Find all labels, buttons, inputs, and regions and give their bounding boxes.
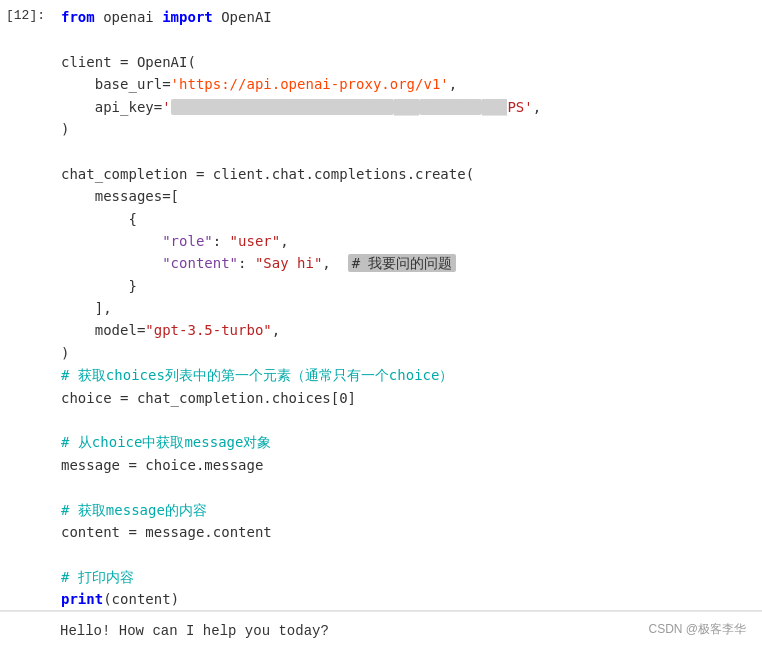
inline-comment: # 我要问的问题 <box>348 254 457 272</box>
comment-print: # 打印内容 <box>61 569 134 585</box>
output-text: Hello! How can I help you today? <box>60 623 329 639</box>
cell-label: [12]: <box>0 0 51 610</box>
keyword-print: print <box>61 591 103 607</box>
code-cell: [12]: from openai import OpenAI client =… <box>0 0 762 611</box>
comment-content: # 获取message的内容 <box>61 502 207 518</box>
notebook-cell: [12]: from openai import OpenAI client =… <box>0 0 762 650</box>
comment-choices: # 获取choices列表中的第一个元素（通常只有一个choice） <box>61 367 453 383</box>
comment-message: # 从choice中获取message对象 <box>61 434 271 450</box>
keyword-import: import <box>162 9 213 25</box>
watermark: CSDN @极客李华 <box>648 621 746 638</box>
keyword-from: from <box>61 9 95 25</box>
code-area[interactable]: from openai import OpenAI client = OpenA… <box>51 0 762 610</box>
